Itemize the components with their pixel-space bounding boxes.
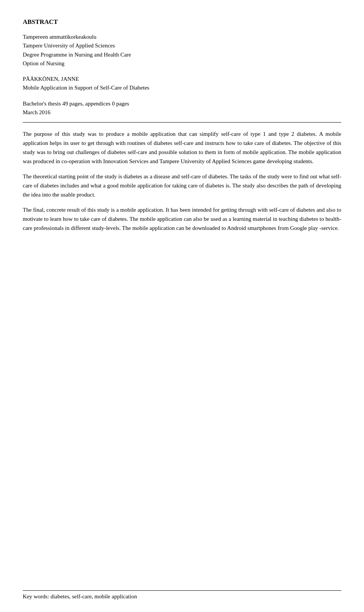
body-paragraph-3: The final, concrete result of this study… — [23, 205, 341, 233]
institution-line3: Degree Programme in Nursing and Health C… — [23, 50, 341, 59]
content-area: ABSTRACT Tampereen ammattikorkeakoulu Ta… — [23, 18, 341, 269]
author-name: PÄÄKKÖNEN, JANNE — [23, 75, 341, 83]
abstract-title: ABSTRACT — [23, 18, 341, 26]
keywords-line: Key words: diabetes, self-care, mobile a… — [23, 593, 341, 600]
thesis-info-block: Bachelor's thesis 49 pages, appendices 0… — [23, 99, 341, 117]
institution-line2: Tampere University of Applied Sciences — [23, 41, 341, 50]
top-divider — [23, 122, 341, 123]
institution-line4: Option of Nursing — [23, 59, 341, 68]
author-block: PÄÄKKÖNEN, JANNE Mobile Application in S… — [23, 75, 341, 93]
thesis-title: Mobile Application in Support of Self-Ca… — [23, 83, 341, 92]
page: ABSTRACT Tampereen ammattikorkeakoulu Ta… — [0, 0, 364, 612]
thesis-pages: Bachelor's thesis 49 pages, appendices 0… — [23, 99, 341, 108]
keywords-value: diabetes, self-care, mobile application — [50, 593, 137, 599]
footer-divider — [23, 590, 341, 591]
body-paragraph-1: The purpose of this study was to produce… — [23, 129, 341, 166]
institution-block: Tampereen ammattikorkeakoulu Tampere Uni… — [23, 33, 341, 68]
institution-line1: Tampereen ammattikorkeakoulu — [23, 33, 341, 41]
body-paragraph-2: The theoretical starting point of the st… — [23, 172, 341, 199]
thesis-date: March 2016 — [23, 108, 341, 117]
keywords-label: Key words: — [23, 593, 49, 599]
